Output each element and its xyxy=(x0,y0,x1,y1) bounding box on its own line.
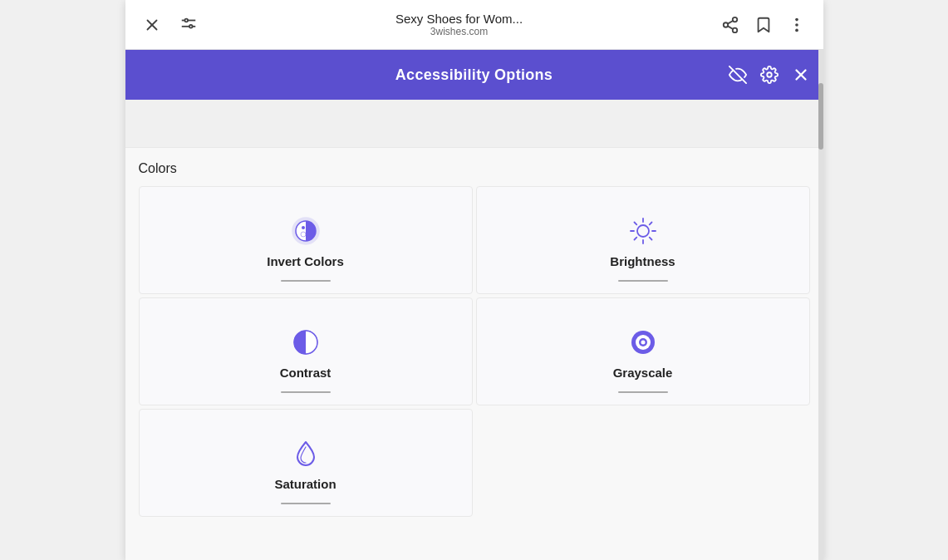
scrollbar[interactable] xyxy=(818,50,823,560)
svg-point-38 xyxy=(641,340,645,344)
invert-colors-icon xyxy=(291,216,321,246)
grayscale-label: Grayscale xyxy=(613,366,673,380)
content-strip xyxy=(125,100,823,148)
close-button[interactable] xyxy=(139,12,165,38)
grayscale-icon xyxy=(628,327,658,357)
colors-section: Colors xyxy=(125,148,823,517)
svg-point-17 xyxy=(767,72,772,77)
toolbar-title-area: Sexy Shoes for Wom... 3wishes.com xyxy=(212,12,707,37)
svg-point-15 xyxy=(795,28,798,32)
toolbar-actions xyxy=(717,12,810,38)
settings-icon[interactable] xyxy=(760,66,779,84)
brightness-icon xyxy=(628,216,658,246)
contrast-label: Contrast xyxy=(280,366,332,380)
svg-point-14 xyxy=(795,23,798,27)
brightness-card[interactable]: Brightness xyxy=(476,186,810,294)
content-area: Accessibility Options xyxy=(125,50,823,560)
saturation-underline xyxy=(281,503,331,504)
svg-point-22 xyxy=(302,226,305,229)
close-panel-icon[interactable] xyxy=(792,66,810,84)
svg-point-3 xyxy=(189,25,192,28)
filter-icon[interactable] xyxy=(175,12,202,38)
grayscale-card[interactable]: Grayscale xyxy=(476,297,810,405)
more-icon[interactable] xyxy=(783,12,810,38)
saturation-icon xyxy=(291,439,321,469)
scrollbar-thumb[interactable] xyxy=(818,83,823,150)
colors-grid: Invert Colors xyxy=(139,186,810,517)
saturation-label: Saturation xyxy=(274,477,336,491)
accessibility-header-title: Accessibility Options xyxy=(395,66,553,84)
svg-line-31 xyxy=(649,222,651,224)
svg-point-2 xyxy=(184,18,188,22)
saturation-card[interactable]: Saturation xyxy=(139,409,473,517)
bookmark-icon[interactable] xyxy=(750,12,777,38)
invert-colors-underline xyxy=(281,280,331,282)
colors-label: Colors xyxy=(139,161,810,176)
accessibility-panel: Accessibility Options xyxy=(125,50,823,517)
svg-point-24 xyxy=(637,225,649,237)
contrast-underline xyxy=(281,391,331,393)
svg-line-11 xyxy=(727,26,732,29)
accessibility-header-icons xyxy=(729,66,810,84)
svg-line-30 xyxy=(649,237,651,239)
page-url: 3wishes.com xyxy=(430,26,488,37)
contrast-icon xyxy=(291,327,321,357)
grayscale-underline xyxy=(618,391,668,393)
invert-colors-card[interactable]: Invert Colors xyxy=(139,186,473,294)
share-icon[interactable] xyxy=(717,12,744,38)
svg-line-32 xyxy=(634,237,636,239)
svg-point-13 xyxy=(795,17,798,21)
contrast-card[interactable]: Contrast xyxy=(139,297,473,405)
eye-off-icon[interactable] xyxy=(729,66,747,84)
browser-toolbar: Sexy Shoes for Wom... 3wishes.com xyxy=(125,0,823,50)
page-title: Sexy Shoes for Wom... xyxy=(395,12,523,26)
accessibility-header: Accessibility Options xyxy=(125,50,823,100)
svg-line-29 xyxy=(634,222,636,224)
svg-line-12 xyxy=(727,20,732,23)
svg-point-23 xyxy=(301,232,306,237)
invert-colors-label: Invert Colors xyxy=(267,254,344,268)
browser-container: Sexy Shoes for Wom... 3wishes.com xyxy=(125,0,823,560)
brightness-underline xyxy=(618,280,668,282)
brightness-label: Brightness xyxy=(610,254,675,268)
